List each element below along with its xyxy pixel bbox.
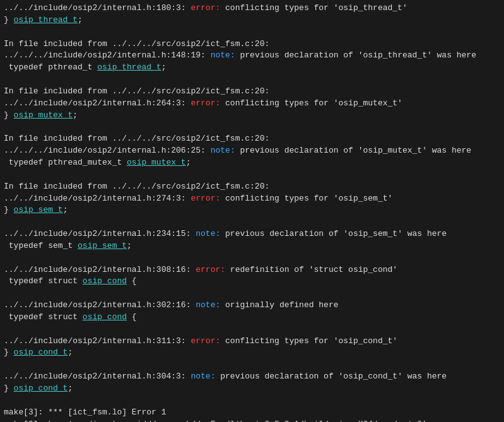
terminal-text-segment: error: [196,265,225,274]
terminal-text-segment: ../../include/osip2/internal.h:304:3: [4,372,190,381]
terminal-text-segment: osip_sem_t [14,205,63,214]
terminal-text-segment: ../../include/osip2/internal.h:264:3: [4,98,190,108]
terminal-text-segment: typedef pthread_t [4,62,97,72]
terminal-line: } osip_mutex_t; [4,110,500,122]
terminal-text-segment: osip_sem_t [78,241,127,250]
terminal-text-segment: was here [427,146,471,155]
terminal-line: ../../include/osip2/internal.h:180:3: er… [4,3,500,15]
terminal-text-segment: note: [196,229,220,238]
terminal-text-segment: 'struct osip_cond' [309,265,397,274]
terminal-text-segment: In file included from ../../../src/osip2… [4,86,269,96]
terminal-text-segment: previous declaration of [235,146,358,155]
terminal-text-segment: In file included from ../../../src/osip2… [4,182,269,191]
terminal-text-segment: note: [196,300,220,310]
terminal-line: In file included from ../../../src/osip2… [4,86,500,98]
terminal-line: } osip_sem_t; [4,204,500,216]
terminal-text-segment: conflicting types for [220,336,333,346]
terminal-text-segment: { [127,276,137,286]
terminal-text-segment: ../../include/osip2/internal.h:234:15: [4,229,196,238]
terminal-line: } osip_cond_t; [4,383,500,395]
terminal-text-segment: } [4,205,14,214]
terminal-text-segment: ; [78,15,83,25]
terminal-text-segment: redefinition of [225,265,309,274]
terminal-line: In file included from ../../../src/osip2… [4,38,500,50]
terminal-text-segment: previous declaration of [215,372,338,381]
terminal-text-segment: osip_mutex_t [127,158,186,167]
terminal-text-segment: originally defined here [220,300,338,310]
terminal-line [4,252,500,264]
terminal-text-segment: error: [190,194,220,203]
terminal-text-segment: ; [127,241,132,250]
terminal-text-segment: typedef pthread_mutex_t [4,158,127,167]
terminal-text-segment: osip_cond [83,276,127,286]
terminal-line [4,121,500,133]
terminal-line [4,74,500,86]
terminal-line: typedef sem_t osip_sem_t; [4,240,500,252]
terminal-output: ../../include/osip2/internal.h:180:3: er… [4,3,500,422]
terminal-line: ../../include/osip2/internal.h:304:3: no… [4,371,500,383]
terminal-text-segment: typedef struct [4,312,83,322]
terminal-line [4,324,500,336]
terminal-text-segment: error: [190,3,220,13]
terminal-text-segment: ../../include/osip2/internal.h:180:3: [4,3,190,13]
terminal-text-segment: osip_thread_t [97,62,161,72]
terminal-text-segment: } [4,15,14,25]
terminal-text-segment: ; [161,62,167,72]
terminal-text-segment: ; [73,110,78,120]
terminal-text-segment: /include/osip2/internal.h:148:19: [43,50,210,60]
terminal-text-segment: make[3]: Leaving directory `/d/cppwork/d… [4,419,427,422]
terminal-line: In file included from ../../../src/osip2… [4,133,500,145]
terminal-text-segment: 'osip_mutex_t' [334,98,402,108]
terminal-text-segment: 'osip_mutex_t' [358,146,427,155]
terminal-line: typedef pthread_mutex_t osip_mutex_t; [4,157,500,169]
terminal-text-segment: } [4,110,14,120]
terminal-text-segment: osip_cond_t [14,384,68,393]
terminal-text-segment: ; [186,158,191,167]
terminal-text-segment: 'osip_sem_t' [334,194,393,203]
terminal-line: ../../../include/osip2/internal.h:148:19… [4,50,500,62]
terminal-line: make[3]: *** [ict_fsm.lo] Error 1 [4,407,500,419]
terminal-line: ../../include/osip2/internal.h:234:15: n… [4,228,500,240]
terminal-text-segment: was here [402,229,447,238]
terminal-text-segment: ; [67,384,73,393]
terminal-text-segment: previous declaration of [220,229,343,238]
terminal-text-segment: conflicting types for [220,194,333,203]
terminal-text-segment: previous declaration of [235,50,358,60]
terminal-line [4,395,500,407]
terminal-line: typedef struct osip_cond { [4,312,500,324]
terminal-line [4,216,500,228]
terminal-line: } osip_cond_t; [4,347,500,359]
terminal-text-segment: ../../include/osip2/internal.h:308:16: [4,265,196,274]
terminal-text-segment: ../../.. [4,50,43,60]
terminal-text-segment: note: [211,50,235,60]
terminal-text-segment: ../../include/osip2/internal.h:274:3: [4,194,190,203]
terminal-text-segment: } [4,384,14,393]
terminal-text-segment: 'osip_cond_t' [334,336,397,346]
terminal-text-segment: ../../include/osip2/internal.h:302:16: [4,300,196,310]
terminal-line [4,26,500,38]
terminal-line: ../../include/osip2/internal.h:274:3: er… [4,193,500,205]
terminal-text-segment: error: [190,336,220,346]
terminal-text-segment: was here [402,372,447,381]
terminal-text-segment: conflicting types for [220,3,333,13]
terminal-line: ../../../include/osip2/internal.h:206:25… [4,145,500,157]
terminal-text-segment: } [4,348,14,357]
terminal-text-segment: osip_cond [83,312,127,322]
terminal-line: typedef struct osip_cond { [4,276,500,288]
terminal-text-segment: conflicting types for [220,98,333,108]
terminal-line: ../../include/osip2/internal.h:311:3: er… [4,336,500,348]
terminal-text-segment: ../../include/osip2/internal.h:311:3: [4,336,190,346]
terminal-text-segment: /include/osip2/internal.h:206:25: [43,146,210,155]
terminal-text-segment: 'osip_thread_t' [334,3,407,13]
terminal-line: In file included from ../../../src/osip2… [4,181,500,193]
terminal-line: } osip_thread_t; [4,15,500,26]
terminal-text-segment: { [127,312,137,322]
terminal-line: typedef pthread_t osip_thread_t; [4,62,500,74]
terminal-text-segment: osip_mutex_t [14,110,73,120]
terminal-text-segment: error: [190,98,220,108]
terminal-text-segment: make[3]: *** [ict_fsm.lo] Error 1 [4,407,166,417]
terminal-text-segment: In file included from ../../../src/osip2… [4,134,269,143]
terminal-text-segment: note: [190,372,215,381]
terminal-text-segment: note: [211,146,235,155]
terminal-text-segment: was here [432,50,476,60]
